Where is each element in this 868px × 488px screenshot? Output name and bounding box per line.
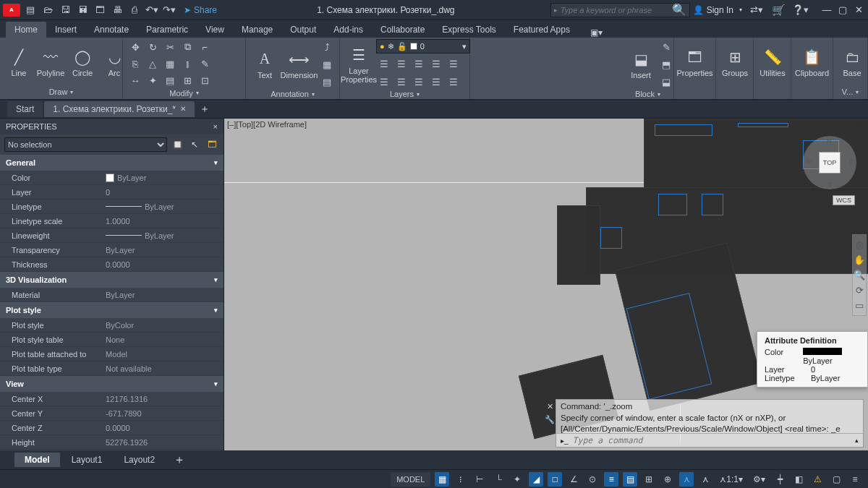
clipboard-button[interactable]: 📋Clipboard xyxy=(796,46,828,79)
qat-new-icon[interactable]: ▤ xyxy=(23,3,38,17)
tab-home[interactable]: Home xyxy=(6,22,46,38)
sb-annomon-icon[interactable]: ⋏ xyxy=(679,472,694,487)
extend-icon[interactable]: ⊡ xyxy=(197,72,213,88)
layer-tool-7-icon[interactable]: ☰ xyxy=(393,74,409,90)
close-button[interactable]: ✕ xyxy=(852,4,865,17)
quickselect-icon[interactable]: 🔲 xyxy=(170,137,184,152)
sb-lwt-icon[interactable]: ≡ xyxy=(604,472,618,487)
sb-annoscale-icon[interactable]: ⋏ 1:1 ▾ xyxy=(717,472,746,487)
cart-icon[interactable]: 🛒 xyxy=(771,3,786,17)
sb-ortho-icon[interactable]: └ xyxy=(491,472,506,487)
property-row[interactable]: Lineweight ByLayer xyxy=(0,228,224,243)
sb-qp-icon[interactable]: ⊕ xyxy=(660,472,675,487)
property-group-header[interactable]: General▾ xyxy=(0,155,224,171)
exchange-icon[interactable]: ⇄▾ xyxy=(749,3,764,17)
qat-open-icon[interactable]: 🗁 xyxy=(41,3,55,17)
layer-tool-10-icon[interactable]: ☰ xyxy=(446,74,461,90)
panel-block-title[interactable]: Block xyxy=(626,90,669,98)
minimize-button[interactable]: — xyxy=(820,4,833,17)
offset-icon[interactable]: ⫿ xyxy=(179,56,195,72)
table-icon[interactable]: ▦ xyxy=(319,56,335,72)
panel-view-title[interactable]: V... xyxy=(838,86,863,98)
pickadd-icon[interactable]: ↖ xyxy=(187,137,202,152)
sb-hwaccel-icon[interactable]: ⚠ xyxy=(810,472,825,487)
signin-button[interactable]: 👤Sign In▾ xyxy=(693,5,742,15)
tab-insert[interactable]: Insert xyxy=(46,22,85,38)
property-row[interactable]: TransparencyByLayer xyxy=(0,243,224,257)
drawing-viewport[interactable]: [–][Top][2D Wireframe] —❐✕ TOP N S W xyxy=(224,119,868,450)
search-input[interactable] xyxy=(561,6,669,14)
sb-cleanscreen-icon[interactable]: ▢ xyxy=(829,472,843,487)
line-button[interactable]: ╱Line xyxy=(4,46,33,79)
sb-grid-icon[interactable]: ▦ xyxy=(435,472,449,487)
qat-saveas-icon[interactable]: 🖬 xyxy=(75,3,90,17)
property-group-header[interactable]: 3D Visualization▾ xyxy=(0,272,224,288)
tab-annotate[interactable]: Annotate xyxy=(85,22,137,38)
erase-icon[interactable]: ✎ xyxy=(197,56,213,72)
file-tab-drawing[interactable]: 1. Схема электрики. Розетки_*✕ xyxy=(44,101,195,117)
view-cube[interactable]: TOP N S W E xyxy=(803,136,856,189)
nav-orbit-icon[interactable]: ⟳ xyxy=(856,285,864,296)
sb-infer-icon[interactable]: ⊢ xyxy=(472,472,487,487)
viewcube-top-face[interactable]: TOP xyxy=(819,152,841,174)
circle-button[interactable]: ◯Circle xyxy=(68,46,97,79)
property-row[interactable]: Layer0 xyxy=(0,185,224,200)
share-button[interactable]: ➤Share xyxy=(179,5,221,15)
sb-annoauto-icon[interactable]: ⋏ xyxy=(698,472,712,487)
layer-tool-2-icon[interactable]: ☰ xyxy=(393,56,409,72)
layer-tool-9-icon[interactable]: ☰ xyxy=(428,74,444,90)
mirror-icon[interactable]: ⧉ xyxy=(179,39,195,55)
layer-tool-3-icon[interactable]: ☰ xyxy=(411,56,427,72)
selection-dropdown[interactable]: No selection xyxy=(4,137,167,152)
cmd-close-icon[interactable]: ✕ xyxy=(545,401,555,411)
copy-icon[interactable]: ⎘ xyxy=(127,56,143,72)
help-icon[interactable]: ❔▾ xyxy=(793,3,807,17)
layer-tool-4-icon[interactable]: ☰ xyxy=(428,56,444,72)
insert-button[interactable]: ⬓Insert xyxy=(626,48,655,81)
sb-isodraft-icon[interactable]: ◢ xyxy=(529,472,543,487)
sb-transparency-icon[interactable]: ▤ xyxy=(623,472,637,487)
rotate-icon[interactable]: ↻ xyxy=(145,39,161,55)
viewport-label[interactable]: [–][Top][2D Wireframe] xyxy=(227,120,307,129)
selectobj-icon[interactable]: 🗔 xyxy=(205,137,219,152)
command-expand-icon[interactable]: ▴ xyxy=(855,437,859,444)
array-icon[interactable]: ▦ xyxy=(162,56,178,72)
layer-tool-6-icon[interactable]: ☰ xyxy=(376,74,392,90)
layer-tool-5-icon[interactable]: ☰ xyxy=(446,56,461,72)
qat-redo-icon[interactable]: ↷▾ xyxy=(162,3,176,17)
cmd-customize-icon[interactable]: 🔧 xyxy=(545,414,555,424)
groups-button[interactable]: ⊞Groups xyxy=(720,46,749,79)
dimension-button[interactable]: ⟷Dimension xyxy=(282,48,316,81)
wcs-label[interactable]: WCS xyxy=(833,195,855,205)
property-row[interactable]: MaterialByLayer xyxy=(0,288,224,302)
nav-showmotion-icon[interactable]: ▭ xyxy=(855,300,864,311)
add-tab-button[interactable]: ＋ xyxy=(196,103,213,116)
grid-icon[interactable]: ▤ xyxy=(162,72,178,88)
layer-tool-1-icon[interactable]: ☰ xyxy=(376,56,392,72)
polyline-button[interactable]: 〰Polyline xyxy=(36,46,65,79)
tab-addins[interactable]: Add-ins xyxy=(325,22,372,38)
sb-customize-icon[interactable]: ≡ xyxy=(848,472,862,487)
property-row[interactable]: Center Y-671.7890 xyxy=(0,406,224,421)
move-icon[interactable]: ✥ xyxy=(127,39,143,55)
layer-tool-8-icon[interactable]: ☰ xyxy=(411,74,427,90)
panel-draw-title[interactable]: Draw xyxy=(4,86,118,98)
leader-icon[interactable]: ⤴ xyxy=(319,39,335,55)
tab-parametric[interactable]: Parametric xyxy=(137,22,197,38)
block-tool-2-icon[interactable]: ⬒ xyxy=(658,56,674,72)
property-row[interactable]: Linetype scale1.0000 xyxy=(0,214,224,228)
sb-otrack-icon[interactable]: ⊙ xyxy=(585,472,600,487)
sb-sc-icon[interactable]: ⊞ xyxy=(642,472,656,487)
panel-annotation-title[interactable]: Annotation xyxy=(250,90,335,98)
property-row[interactable]: Height52276.1926 xyxy=(0,435,224,450)
fillet-icon[interactable]: ⌐ xyxy=(197,39,213,55)
property-row[interactable]: Plot styleByColor xyxy=(0,318,224,333)
app-logo[interactable]: A xyxy=(3,4,20,17)
sb-perf-icon[interactable]: ┿ xyxy=(773,472,787,487)
property-row[interactable]: Plot table typeNot available xyxy=(0,361,224,376)
property-group-header[interactable]: Plot style▾ xyxy=(0,302,224,318)
sb-isolate-icon[interactable]: ◧ xyxy=(791,472,806,487)
stretch-icon[interactable]: ↔ xyxy=(127,72,143,88)
block-tool-1-icon[interactable]: ✎ xyxy=(658,39,674,55)
properties-button[interactable]: 🗔Properties xyxy=(678,46,711,79)
